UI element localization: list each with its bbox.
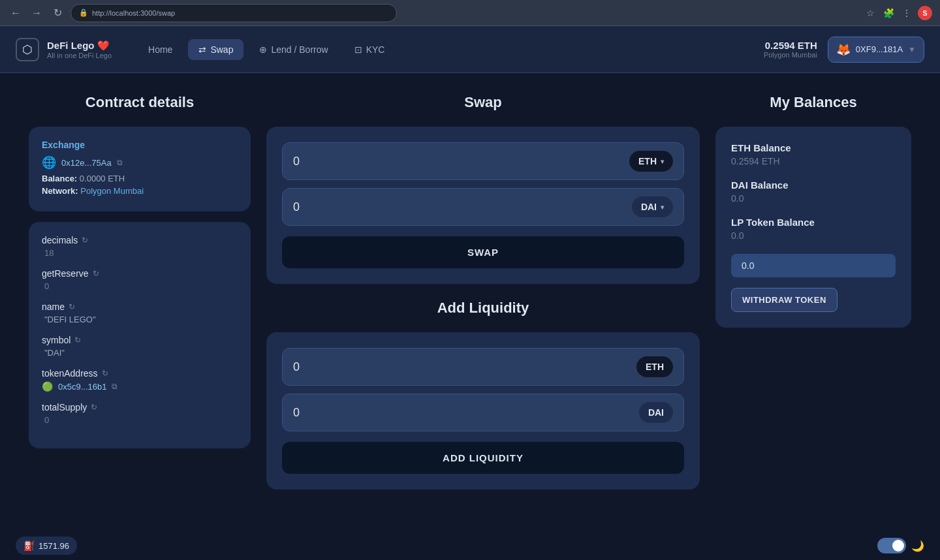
token-address-emoji: 🟢 xyxy=(42,381,53,392)
liquidity-token-selector-1[interactable]: ETH xyxy=(636,356,673,377)
refresh-button[interactable]: ↻ xyxy=(50,5,65,21)
logo-area: ⬡ DeFi Lego ❤️ All in one DeFi Lego xyxy=(16,38,112,61)
main-content: Contract details Exchange 🌐 0x12e...75Aa… xyxy=(13,73,927,526)
method-tokenAddress: tokenAddress ↻ 🟢 0x5c9...16b1 ⧉ xyxy=(42,368,238,392)
swap-input-1[interactable] xyxy=(293,155,629,168)
home-label: Home xyxy=(148,44,172,55)
withdraw-token-button[interactable]: WITHDRAW TOKEN xyxy=(731,288,838,312)
liquidity-token-1-label: ETH xyxy=(646,362,664,372)
method-tokenAddress-name: tokenAddress xyxy=(42,368,98,379)
symbol-refresh-icon[interactable]: ↻ xyxy=(74,335,81,345)
contract-methods-panel: decimals ↻ 18 getReserve ↻ 0 name ↻ "DEF… xyxy=(29,222,251,448)
app-subtitle: All in one DeFi Lego xyxy=(47,52,112,59)
swap-title: Swap xyxy=(266,94,700,111)
exchange-address-row: 🌐 0x12e...75Aa ⧉ xyxy=(42,155,238,170)
forward-button[interactable]: → xyxy=(29,5,44,21)
balances-title: My Balances xyxy=(715,94,911,111)
exchange-emoji: 🌐 xyxy=(42,155,56,170)
eth-balance-value: 0.2594 ETH xyxy=(731,156,896,166)
decimals-value: 18 xyxy=(42,248,238,258)
exchange-address: 0x12e...75Aa xyxy=(61,158,112,168)
contract-details-col: Contract details Exchange 🌐 0x12e...75Aa… xyxy=(29,94,251,505)
totalSupply-value: 0 xyxy=(42,415,238,425)
back-button[interactable]: ← xyxy=(8,5,24,21)
method-name-label: name xyxy=(42,302,65,312)
star-button[interactable]: ☆ xyxy=(863,6,877,20)
method-totalSupply-name: totalSupply xyxy=(42,402,87,412)
moon-icon: 🌙 xyxy=(911,540,924,552)
gas-price-display: ⛽ 1571.96 xyxy=(16,537,77,555)
gas-icon: ⛽ xyxy=(24,540,35,551)
exchange-network-row: Network: Polygon Mumbai xyxy=(42,186,238,196)
swap-token-selector-2[interactable]: DAI ▾ xyxy=(632,196,673,217)
method-decimals: decimals ↻ 18 xyxy=(42,235,238,258)
lp-input-display: 0.0 xyxy=(742,260,754,271)
liquidity-input-1[interactable] xyxy=(293,360,636,374)
app-footer: ⛽ 1571.96 🌙 xyxy=(0,531,940,560)
swap-label: Swap xyxy=(210,44,233,55)
nav-links: Home ⇄ Swap ⊕ Lend / Borrow ⊡ KYC xyxy=(138,39,395,60)
nav-lend-borrow[interactable]: ⊕ Lend / Borrow xyxy=(249,39,338,60)
token-address-copy-icon[interactable]: ⧉ xyxy=(112,382,118,391)
name-refresh-icon[interactable]: ↻ xyxy=(69,302,75,311)
browser-avatar: S xyxy=(918,6,932,20)
swap-token-2-label: DAI xyxy=(641,202,657,212)
eth-amount: 0.2594 ETH xyxy=(764,40,817,51)
nav-kyc[interactable]: ⊡ KYC xyxy=(344,39,396,60)
swap-button[interactable]: SWAP xyxy=(282,236,684,268)
theme-toggle: 🌙 xyxy=(877,538,924,553)
app-name: DeFi Lego ❤️ xyxy=(47,40,112,52)
tokenAddress-refresh-icon[interactable]: ↻ xyxy=(102,369,108,378)
network-name: Polygon Mumbai xyxy=(764,51,817,59)
dai-balance-item: DAI Balance 0.0 xyxy=(731,179,896,204)
decimals-refresh-icon[interactable]: ↻ xyxy=(82,236,88,245)
liquidity-input-2[interactable] xyxy=(293,406,639,420)
method-getReserve-name: getReserve xyxy=(42,268,89,279)
swap-token-selector-1[interactable]: ETH ▾ xyxy=(629,151,673,172)
center-col: Swap ETH ▾ DAI ▾ SWAP Add Liqu xyxy=(266,94,700,505)
liquidity-input-1-row: ETH xyxy=(282,348,684,386)
dai-balance-label: DAI Balance xyxy=(731,179,896,191)
wallet-emoji: 🦊 xyxy=(836,42,851,57)
logo-icon: ⬡ xyxy=(16,38,39,61)
network-label: Network: xyxy=(42,186,78,196)
nav-swap[interactable]: ⇄ Swap xyxy=(188,39,243,60)
swap-input-2-row: DAI ▾ xyxy=(282,188,684,226)
lock-icon: 🔒 xyxy=(79,8,88,17)
eth-balance-item: ETH Balance 0.2594 ETH xyxy=(731,142,896,166)
balance-label: Balance: xyxy=(42,174,77,183)
swap-input-2[interactable] xyxy=(293,200,632,214)
totalSupply-refresh-icon[interactable]: ↻ xyxy=(91,403,97,412)
balances-col: My Balances ETH Balance 0.2594 ETH DAI B… xyxy=(715,94,911,505)
lp-balance-item: LP Token Balance 0.0 xyxy=(731,217,896,241)
liquidity-card: ETH DAI ADD LIQUIDITY xyxy=(266,332,700,490)
exchange-label: Exchange xyxy=(42,140,238,150)
eth-balance-label: ETH Balance xyxy=(731,142,896,153)
url-text: http://localhost:3000/swap xyxy=(92,9,175,17)
url-bar[interactable]: 🔒 http://localhost:3000/swap xyxy=(70,4,397,22)
swap-token-1-label: ETH xyxy=(638,156,657,166)
method-getReserve: getReserve ↻ 0 xyxy=(42,268,238,291)
getReserve-value: 0 xyxy=(42,281,238,291)
swap-input-1-row: ETH ▾ xyxy=(282,142,684,180)
menu-button[interactable]: ⋮ xyxy=(900,6,914,20)
method-symbol: symbol ↻ "DAI" xyxy=(42,335,238,358)
add-liquidity-button[interactable]: ADD LIQUIDITY xyxy=(282,442,684,474)
extensions-button[interactable]: 🧩 xyxy=(881,6,896,20)
getReserve-refresh-icon[interactable]: ↻ xyxy=(93,269,99,278)
exchange-copy-icon[interactable]: ⧉ xyxy=(117,158,123,167)
swap-nav-icon: ⇄ xyxy=(198,44,206,55)
nav-home[interactable]: Home xyxy=(138,39,183,60)
kyc-label: KYC xyxy=(366,44,385,55)
token-address-value: 0x5c9...16b1 xyxy=(58,382,106,392)
method-decimals-name: decimals xyxy=(42,235,78,245)
liquidity-token-selector-2[interactable]: DAI xyxy=(639,402,673,423)
method-symbol-name: symbol xyxy=(42,335,70,345)
logo-text: DeFi Lego ❤️ All in one DeFi Lego xyxy=(47,40,112,59)
swap-card: ETH ▾ DAI ▾ SWAP xyxy=(266,127,700,284)
gas-price-value: 1571.96 xyxy=(39,541,69,551)
symbol-value: "DAI" xyxy=(42,348,238,358)
wallet-button[interactable]: 🦊 0XF9...181A ▼ xyxy=(828,37,924,63)
lp-balance-label: LP Token Balance xyxy=(731,217,896,228)
dark-mode-toggle[interactable] xyxy=(877,538,906,553)
